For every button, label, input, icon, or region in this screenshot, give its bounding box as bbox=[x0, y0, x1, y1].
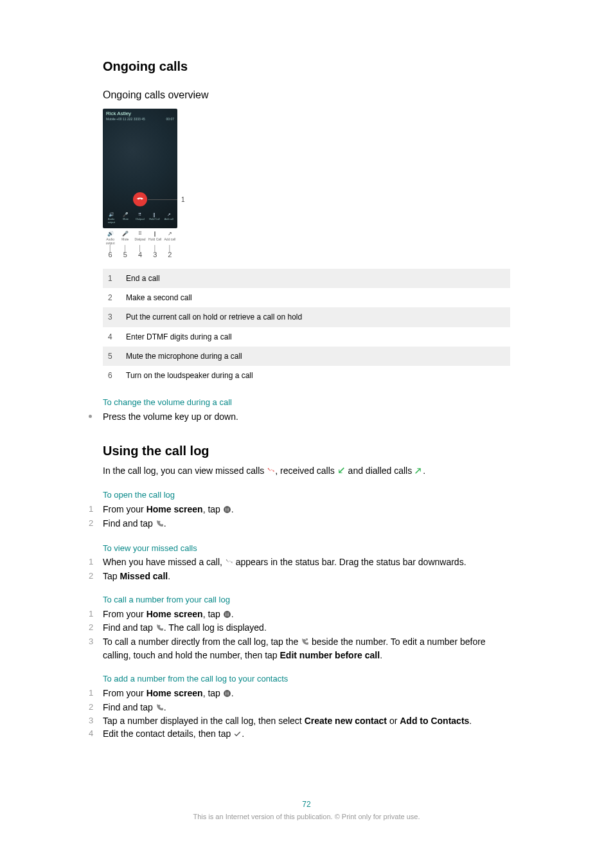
phone-app-icon bbox=[155, 623, 164, 635]
svg-point-11 bbox=[225, 612, 226, 613]
svg-point-14 bbox=[225, 613, 226, 614]
step-item: 2 Find and tap . The call log is display… bbox=[89, 622, 510, 635]
legend-text: End a call bbox=[121, 269, 510, 288]
mute-label: Mute bbox=[120, 217, 132, 221]
caller-name: Rick Astley bbox=[103, 109, 177, 118]
legend-text: Turn on the loudspeaker during a call bbox=[121, 366, 510, 385]
home-screen-label: Home screen bbox=[147, 609, 203, 619]
svg-point-7 bbox=[225, 511, 226, 511]
footer-text: This is an Internet version of this publ… bbox=[103, 812, 510, 822]
legend-row: 4Enter DTMF digits during a call bbox=[103, 327, 510, 347]
svg-point-4 bbox=[225, 509, 226, 510]
hold-icon: ‖ bbox=[148, 231, 163, 237]
legend-num: 6 bbox=[103, 366, 121, 385]
hold-icon: ‖ bbox=[148, 212, 161, 217]
legend-num: 5 bbox=[103, 347, 121, 366]
call-back-icon bbox=[301, 637, 309, 649]
legend-text: Put the current call on hold or retrieve… bbox=[121, 307, 510, 327]
add-call-icon: ↗ bbox=[163, 231, 177, 237]
bullet-icon bbox=[89, 415, 92, 418]
section-title-call-log: Using the call log bbox=[103, 442, 510, 460]
step-item: 3 Tap a number displayed in the call log… bbox=[89, 715, 510, 727]
step-item: 1 From your Home screen, tap . bbox=[89, 503, 510, 517]
legend-num: 4 bbox=[103, 327, 121, 347]
speaker-icon: 🔊 bbox=[105, 212, 118, 217]
legend-row: 2Make a second call bbox=[103, 288, 510, 307]
call-duration: 00:07 bbox=[166, 117, 174, 122]
apps-grid-icon bbox=[223, 505, 231, 517]
mute-icon: 🎤 bbox=[118, 231, 132, 237]
legend-row: 1End a call bbox=[103, 269, 510, 288]
subsection-title-overview: Ongoing calls overview bbox=[103, 88, 510, 102]
audio-label: Audio output bbox=[105, 217, 118, 224]
step-item: 3 To call a number directly from the cal… bbox=[89, 636, 510, 662]
dialpad-icon: ⠿ bbox=[134, 212, 147, 217]
mute-icon: 🎤 bbox=[120, 212, 132, 217]
step-item: 1 From your Home screen, tap . bbox=[89, 608, 510, 622]
callout-3: 3 bbox=[148, 250, 163, 260]
end-call-button bbox=[133, 192, 147, 206]
legend-num: 1 bbox=[103, 269, 121, 288]
svg-point-25 bbox=[227, 692, 227, 693]
svg-point-17 bbox=[225, 615, 226, 616]
sub-heading-add-to-contacts: To add a number from the call log to you… bbox=[103, 673, 510, 685]
svg-point-27 bbox=[225, 694, 226, 695]
phone-frame: Rick Astley Mobile +00 11 222 3333 45 00… bbox=[103, 109, 177, 228]
svg-point-18 bbox=[227, 615, 227, 616]
phone-toolbar: 🔊Audio output 🎤Mute ⠿Dialpad ‖Hold Call … bbox=[103, 212, 177, 224]
svg-point-21 bbox=[225, 691, 226, 692]
step-item: 2 Find and tap . bbox=[89, 518, 510, 531]
apps-grid-icon bbox=[223, 689, 231, 701]
svg-point-1 bbox=[225, 508, 226, 509]
edit-number-label: Edit number before call bbox=[280, 650, 380, 660]
svg-point-2 bbox=[227, 508, 227, 509]
speaker-icon: 🔊 bbox=[103, 231, 118, 237]
svg-point-23 bbox=[228, 691, 229, 692]
checkmark-icon bbox=[233, 729, 242, 741]
svg-point-24 bbox=[225, 692, 226, 693]
callout-1: 1 bbox=[181, 195, 185, 204]
step-item: 2 Find and tap . bbox=[89, 701, 510, 715]
svg-point-13 bbox=[228, 612, 229, 613]
callout-6: 6 bbox=[103, 250, 118, 260]
add-call-icon: ↗ bbox=[163, 212, 175, 217]
missed-call-icon bbox=[267, 466, 275, 478]
phone-app-icon bbox=[155, 519, 164, 531]
step-item: 1 From your Home screen, tap . bbox=[89, 687, 510, 701]
step-item: 4 Edit the contact details, then tap . bbox=[89, 728, 510, 741]
create-new-contact-label: Create new contact bbox=[305, 716, 387, 726]
svg-point-29 bbox=[228, 694, 229, 695]
diagram-icon-row: 🔊 🎤 ⠿ ‖ ↗ bbox=[103, 231, 177, 237]
dialpad-icon: ⠿ bbox=[132, 231, 147, 237]
legend-row: 3Put the current call on hold or retriev… bbox=[103, 307, 510, 327]
phone-app-icon bbox=[155, 703, 164, 715]
legend-row: 5Mute the microphone during a call bbox=[103, 347, 510, 366]
step-item: 2 Tap Missed call. bbox=[89, 570, 510, 583]
page-number: 72 bbox=[103, 799, 510, 809]
sub-heading-view-missed: To view your missed calls bbox=[103, 543, 510, 554]
missed-call-icon bbox=[225, 557, 233, 570]
add-to-contacts-label: Add to Contacts bbox=[400, 716, 469, 726]
svg-point-16 bbox=[228, 613, 229, 614]
dialpad-label: Dialpad bbox=[134, 217, 147, 221]
svg-point-22 bbox=[227, 691, 227, 692]
svg-point-5 bbox=[227, 509, 227, 510]
svg-point-9 bbox=[228, 511, 229, 511]
svg-point-19 bbox=[228, 615, 229, 616]
phone-illustration: Rick Astley Mobile +00 11 222 3333 45 00… bbox=[103, 109, 193, 260]
home-screen-label: Home screen bbox=[147, 688, 203, 698]
sub-heading-open-call-log: To open the call log bbox=[103, 489, 510, 501]
legend-text: Make a second call bbox=[121, 288, 510, 307]
svg-point-8 bbox=[227, 511, 227, 511]
callout-4: 4 bbox=[132, 250, 147, 260]
dialled-call-icon bbox=[414, 466, 423, 478]
svg-point-3 bbox=[228, 508, 229, 509]
add-label: Add call bbox=[163, 217, 175, 221]
legend-text: Enter DTMF digits during a call bbox=[121, 327, 510, 347]
apps-grid-icon bbox=[223, 610, 231, 622]
callout-2: 2 bbox=[163, 250, 177, 260]
svg-point-26 bbox=[228, 692, 229, 693]
home-screen-label: Home screen bbox=[147, 504, 203, 514]
phone-hangup-icon bbox=[136, 195, 144, 203]
legend-row: 6Turn on the loudspeaker during a call bbox=[103, 366, 510, 385]
